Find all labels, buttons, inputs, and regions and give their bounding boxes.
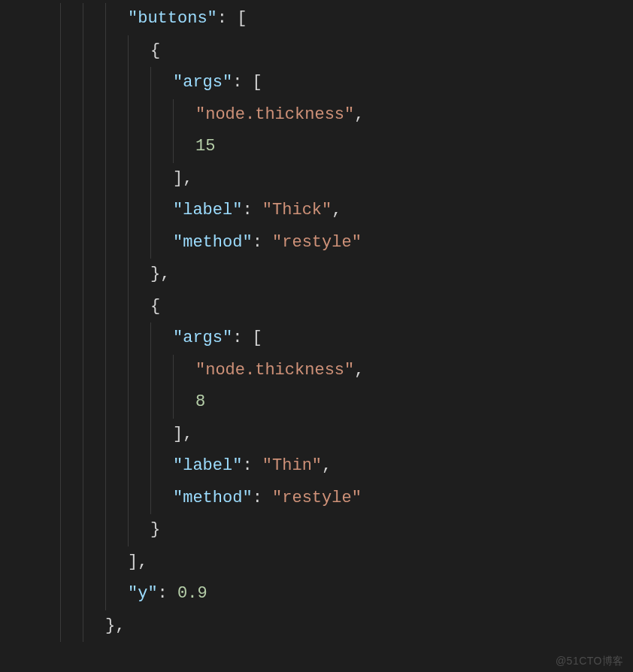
code-content: "node.thickness", [195,99,364,132]
token-key: "y" [128,584,158,603]
indent-guide [60,514,61,546]
indent-guide [128,355,129,387]
code-line[interactable]: "method": "restyle" [0,227,633,259]
token-string: "restyle" [272,233,362,252]
code-content: "method": "restyle" [173,227,362,259]
indent-guide [150,386,151,419]
token-punc: , [332,201,341,219]
indent-guide [150,131,151,163]
indent-guide [83,386,83,419]
code-content: ], [128,546,147,579]
token-punc: , [322,456,332,475]
token-punc: : [ [232,328,262,347]
indent-guide [60,355,61,387]
indent-guide [128,227,129,259]
token-key: "args" [173,73,232,92]
code-line[interactable]: }, [0,259,633,291]
code-line[interactable]: }, [0,610,633,643]
code-content: ], [173,163,192,195]
indent-guide [60,35,61,68]
indent-guide [128,163,129,195]
token-punc: } [150,520,160,539]
token-punc: : [253,489,272,507]
token-punc: : [158,584,177,603]
indent-guide [173,131,174,163]
indent-guide [60,163,61,195]
token-key: "buttons" [128,9,217,28]
code-line[interactable]: "label": "Thin", [0,450,633,483]
code-line[interactable]: "buttons": [ [0,3,633,35]
indent-guide [83,195,83,227]
indent-guide [83,546,83,579]
indent-guide [83,419,83,451]
token-punc: : [242,201,262,219]
code-line[interactable]: 15 [0,131,633,163]
indent-guide [105,514,106,546]
indent-guide [60,259,61,291]
indent-guide [60,546,61,579]
code-line[interactable]: { [0,35,633,68]
token-string: "node.thickness" [195,361,354,380]
token-string: "restyle" [272,489,362,507]
code-line[interactable]: "label": "Thick", [0,195,633,227]
indent-guide [150,483,151,515]
indent-guide [60,99,61,132]
indent-guide [128,99,129,132]
indent-guide [105,195,106,227]
token-string: "node.thickness" [195,105,354,124]
code-line[interactable]: 8 [0,386,633,419]
indent-guide [83,322,83,355]
code-line[interactable]: "method": "restyle" [0,483,633,515]
token-punc: ], [128,552,147,571]
indent-guide [83,131,83,163]
indent-guide [83,3,83,35]
token-punc: { [150,297,160,316]
indent-guide [150,99,151,132]
code-line[interactable]: "node.thickness", [0,99,633,132]
indent-guide [60,227,61,259]
code-line[interactable]: "args": [ [0,322,633,355]
indent-guide [60,386,61,419]
token-key: "args" [173,328,232,347]
indent-guide [83,259,83,291]
indent-guide [128,131,129,163]
indent-guide [83,514,83,546]
indent-guide [105,355,106,387]
token-punc: : [ [217,9,247,28]
indent-guide [128,35,129,68]
code-content: }, [150,259,170,291]
indent-guide [105,3,106,35]
indent-guide [128,195,129,227]
code-content: "y": 0.9 [128,578,207,610]
token-punc: : [253,233,272,252]
indent-guide [150,163,151,195]
code-line[interactable]: ], [0,163,633,195]
code-line[interactable]: "node.thickness", [0,355,633,387]
code-line[interactable]: "args": [ [0,67,633,99]
indent-guide [128,386,129,419]
indent-guide [150,195,151,227]
indent-guide [128,483,129,515]
indent-guide [173,386,174,419]
code-line[interactable]: ], [0,419,633,451]
code-content: }, [105,610,125,643]
indent-guide [105,322,106,355]
code-editor[interactable]: "buttons": [{"args": ["node.thickness",1… [0,0,633,642]
indent-guide [128,450,129,483]
indent-guide [83,610,83,643]
code-line[interactable]: { [0,291,633,323]
code-content: { [150,291,160,323]
indent-guide [128,322,129,355]
indent-guide [128,514,129,546]
indent-guide [83,578,83,610]
code-line[interactable]: "y": 0.9 [0,578,633,610]
indent-guide [83,291,83,323]
indent-guide [105,450,106,483]
code-line[interactable]: ], [0,546,633,579]
indent-guide [83,483,83,515]
indent-guide [83,227,83,259]
indent-guide [60,131,61,163]
indent-guide [60,450,61,483]
code-line[interactable]: } [0,514,633,546]
indent-guide [105,35,106,68]
